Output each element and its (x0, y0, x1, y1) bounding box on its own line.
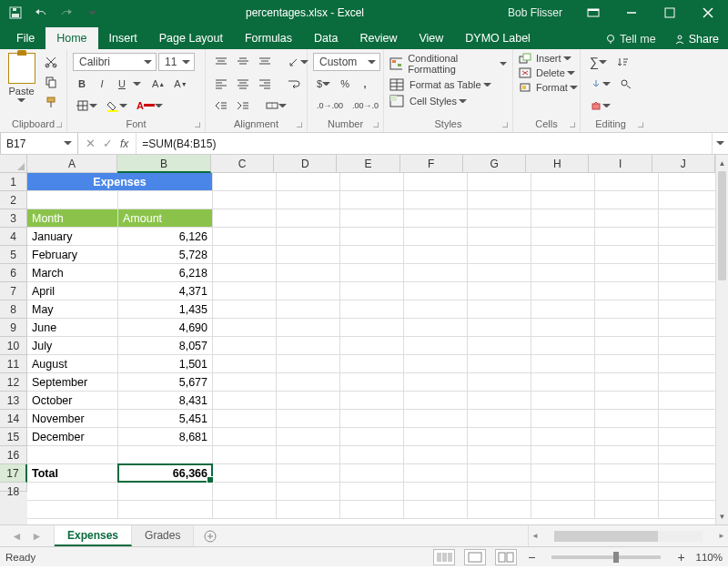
vertical-scrollbar[interactable]: ▲ ▼ (715, 155, 728, 524)
cell[interactable] (340, 246, 404, 264)
decrease-indent-button[interactable] (211, 97, 231, 115)
increase-indent-button[interactable] (233, 97, 253, 115)
format-as-table-button[interactable]: Format as Table (389, 78, 491, 91)
cell[interactable] (404, 355, 468, 373)
zoom-in-button[interactable]: + (673, 550, 688, 565)
close-icon[interactable] (692, 0, 724, 25)
cell[interactable] (531, 446, 595, 464)
bold-button[interactable]: B (73, 75, 91, 93)
cell[interactable] (118, 483, 213, 501)
cancel-formula-button[interactable]: ✕ (86, 137, 96, 150)
amount-cell[interactable]: 8,057 (118, 337, 213, 355)
cell[interactable] (277, 337, 340, 355)
month-cell[interactable]: September (27, 373, 118, 392)
cell[interactable] (340, 264, 404, 282)
borders-button[interactable] (73, 97, 101, 115)
cell[interactable] (659, 319, 723, 337)
cell[interactable] (595, 428, 659, 446)
fill-button[interactable] (586, 75, 614, 93)
conditional-formatting-button[interactable]: Conditional Formatting (389, 53, 507, 75)
fill-color-button[interactable] (103, 97, 131, 115)
expand-formula-bar-button[interactable] (712, 133, 728, 154)
cell[interactable] (531, 392, 595, 410)
cell[interactable] (277, 300, 340, 319)
cell[interactable] (340, 392, 404, 410)
column-header[interactable]: H (526, 155, 589, 173)
month-cell[interactable]: June (27, 319, 118, 337)
save-icon[interactable] (5, 3, 25, 23)
tab-file[interactable]: File (5, 27, 46, 49)
amount-cell[interactable]: 5,451 (118, 410, 213, 428)
cell[interactable] (468, 428, 531, 446)
cell[interactable] (404, 173, 468, 191)
accounting-format-button[interactable]: $ (313, 75, 334, 93)
cell[interactable] (213, 246, 277, 264)
cell[interactable] (277, 173, 340, 191)
minimize-icon[interactable] (615, 0, 648, 25)
cell[interactable] (277, 446, 340, 464)
qat-customize-icon[interactable] (82, 3, 102, 23)
cell[interactable] (659, 373, 723, 392)
tab-page-layout[interactable]: Page Layout (148, 27, 234, 49)
tab-insert[interactable]: Insert (98, 27, 148, 49)
cell[interactable] (404, 483, 468, 501)
amount-cell[interactable]: 8,431 (118, 392, 213, 410)
horizontal-scrollbar[interactable]: ◄ ► (528, 525, 728, 546)
cell[interactable] (404, 319, 468, 337)
header-month-cell[interactable]: Month (27, 209, 118, 228)
amount-cell[interactable]: 1,501 (118, 355, 213, 373)
cell[interactable] (277, 373, 340, 392)
cell[interactable] (27, 483, 118, 501)
user-name[interactable]: Bob Flisser (508, 6, 562, 19)
month-cell[interactable]: March (27, 264, 118, 282)
cell[interactable] (595, 501, 659, 519)
cell[interactable] (659, 246, 723, 264)
cell[interactable] (531, 228, 595, 246)
row-header[interactable]: 2 (0, 191, 27, 209)
cell[interactable] (277, 282, 340, 300)
cell[interactable] (27, 191, 118, 209)
cell[interactable] (213, 483, 277, 501)
cell[interactable] (659, 191, 723, 209)
total-value-cell[interactable]: 66,366 (118, 464, 213, 483)
cell[interactable] (659, 446, 723, 464)
paste-button[interactable]: Paste (5, 53, 37, 105)
cell[interactable] (340, 428, 404, 446)
column-header[interactable]: E (337, 155, 399, 173)
cell[interactable] (404, 209, 468, 228)
cell[interactable] (213, 191, 277, 209)
cell[interactable] (468, 300, 531, 319)
cell[interactable] (340, 355, 404, 373)
cell[interactable] (468, 228, 531, 246)
cell[interactable] (659, 228, 723, 246)
cell[interactable] (531, 355, 595, 373)
cell[interactable] (468, 355, 531, 373)
decrease-decimal-button[interactable]: .00→.0 (349, 97, 382, 115)
cell[interactable] (659, 410, 723, 428)
scrollbar-thumb[interactable] (718, 171, 726, 280)
cell[interactable] (659, 428, 723, 446)
tab-view[interactable]: View (408, 27, 454, 49)
row-header[interactable]: 11 (0, 355, 27, 373)
row-header[interactable]: 6 (0, 264, 27, 282)
column-header[interactable]: C (211, 155, 274, 173)
column-header[interactable]: I (589, 155, 652, 173)
prev-sheet-icon[interactable]: ◄ (12, 530, 23, 543)
cell[interactable] (531, 464, 595, 483)
cell[interactable] (277, 464, 340, 483)
sort-filter-button[interactable] (612, 53, 632, 71)
format-cells-button[interactable]: Format (519, 82, 578, 93)
cell[interactable] (468, 464, 531, 483)
clear-button[interactable] (586, 97, 614, 115)
cut-button[interactable] (41, 53, 61, 71)
cell[interactable] (277, 264, 340, 282)
find-select-button[interactable] (616, 75, 636, 93)
align-top-button[interactable] (211, 53, 231, 71)
row-header[interactable]: 8 (0, 300, 27, 319)
amount-cell[interactable]: 5,728 (118, 246, 213, 264)
cell[interactable] (595, 446, 659, 464)
cell[interactable] (595, 209, 659, 228)
month-cell[interactable]: August (27, 355, 118, 373)
cell[interactable] (213, 319, 277, 337)
tab-home[interactable]: Home (46, 27, 97, 49)
